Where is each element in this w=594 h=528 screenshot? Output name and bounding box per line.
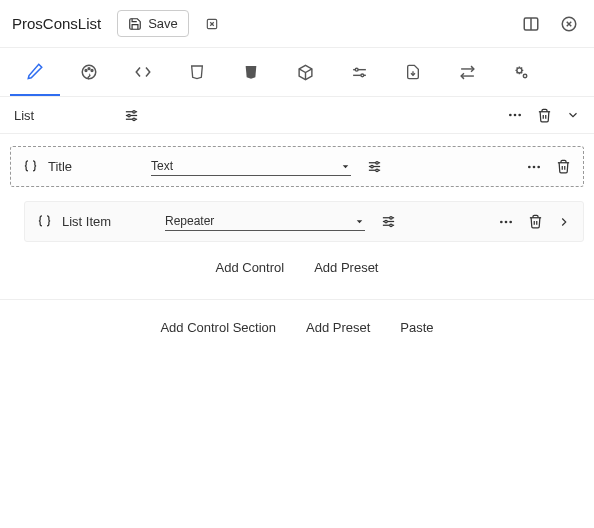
svg-point-27 [509,114,512,117]
control-label: Title [48,159,72,174]
more-icon[interactable] [526,159,542,175]
svg-point-25 [128,114,131,117]
controls-area: Title Text List Item Repeater [0,134,594,293]
bottom-actions: Add Control Section Add Preset Paste [0,299,594,355]
control-row-listitem: List Item Repeater [24,201,584,242]
trash-icon[interactable] [556,159,571,174]
tabbar [0,48,594,97]
save-button[interactable]: Save [117,10,189,37]
tab-settings[interactable] [496,48,546,96]
svg-point-36 [376,169,379,172]
svg-point-45 [385,220,388,223]
tab-package[interactable] [280,48,330,96]
svg-point-35 [371,165,374,168]
add-preset-footer-button[interactable]: Add Preset [306,320,370,335]
type-select-value: Text [151,159,340,173]
svg-point-46 [390,224,393,227]
braces-icon [37,214,52,229]
tab-code[interactable] [118,48,168,96]
svg-point-39 [537,165,540,168]
tab-adjust[interactable] [334,48,384,96]
add-preset-button[interactable]: Add Preset [314,260,378,275]
more-icon[interactable] [498,214,514,230]
tab-content[interactable] [10,48,60,96]
save-icon [128,17,142,31]
add-control-section-button[interactable]: Add Control Section [160,320,276,335]
control-label-wrap: Title [23,159,143,174]
trash-icon[interactable] [528,214,543,229]
topbar-right [518,11,582,37]
braces-icon [23,159,38,174]
chevron-down-icon[interactable] [566,108,580,122]
svg-point-49 [509,220,512,223]
more-icon[interactable] [507,107,523,123]
page-title: ProsConsList [12,15,101,32]
section-header: List [0,97,594,134]
svg-point-10 [88,68,90,70]
svg-point-15 [355,68,358,71]
section-label: List [14,108,34,123]
section-actions [507,107,580,123]
trash-icon[interactable] [537,108,552,123]
svg-point-38 [533,165,536,168]
svg-point-26 [133,118,136,121]
svg-marker-40 [357,220,363,223]
control-label: List Item [62,214,111,229]
type-select[interactable]: Text [151,157,351,176]
svg-marker-30 [343,165,349,168]
svg-point-34 [376,162,379,165]
save-button-label: Save [148,16,178,31]
inline-actions: Add Control Add Preset [10,242,584,293]
tab-swap[interactable] [442,48,492,96]
tune-icon[interactable] [124,108,139,123]
tune-icon[interactable] [381,214,396,229]
tab-export[interactable] [388,48,438,96]
control-row-title: Title Text [10,146,584,187]
chevron-right-icon[interactable] [557,215,571,229]
caret-down-icon [340,161,351,172]
tune-icon[interactable] [367,159,382,174]
columns-icon[interactable] [518,11,544,37]
close-small-icon[interactable] [199,11,225,37]
paste-button[interactable]: Paste [400,320,433,335]
close-circle-icon[interactable] [556,11,582,37]
svg-point-20 [523,74,527,78]
type-select[interactable]: Repeater [165,212,365,231]
svg-point-47 [500,220,503,223]
row-actions [526,159,571,175]
svg-point-9 [85,70,87,72]
type-select-value: Repeater [165,214,354,228]
row-actions [498,214,571,230]
caret-down-icon [354,216,365,227]
svg-point-24 [133,110,136,113]
svg-point-11 [91,70,93,72]
svg-point-44 [390,217,393,220]
tab-html[interactable] [172,48,222,96]
tab-style[interactable] [64,48,114,96]
svg-point-48 [505,220,508,223]
svg-point-37 [528,165,531,168]
topbar: ProsConsList Save [0,0,594,48]
svg-point-29 [518,114,521,117]
svg-point-16 [360,73,363,76]
svg-point-19 [516,67,521,72]
svg-point-28 [514,114,517,117]
add-control-button[interactable]: Add Control [216,260,285,275]
tab-css[interactable] [226,48,276,96]
control-label-wrap: List Item [37,214,157,229]
